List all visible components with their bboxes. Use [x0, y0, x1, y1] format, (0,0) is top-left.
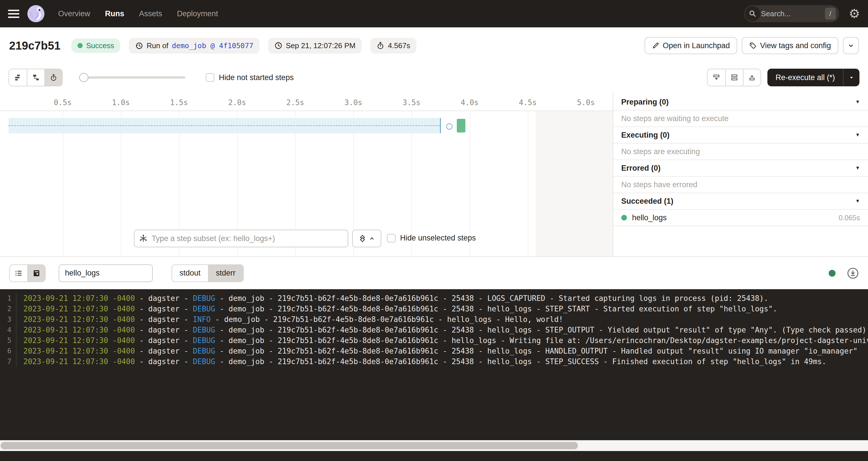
axis-tick: 4.0s [461, 97, 479, 108]
op-selector-icon [139, 234, 148, 243]
hide-unselected-checkbox[interactable] [387, 234, 396, 243]
hide-not-started-checkbox-row[interactable]: Hide not started steps [206, 73, 294, 82]
log-stream-tabs: stdout stderr [172, 265, 244, 282]
log-timestamp: 2023-09-21 12:07:30 -0400 [23, 326, 135, 334]
reexecute-dropdown-caret[interactable] [843, 69, 860, 86]
panel-section-errored[interactable]: Errored (0) ▼ [613, 160, 868, 177]
log-horizontal-scrollbar[interactable] [0, 440, 868, 451]
log-message: - demo_job - 219c7b51-b62f-4e5b-8de8-0e7… [215, 336, 868, 345]
panel-empty-executing: No steps are executing [613, 144, 868, 160]
search-icon [745, 6, 760, 21]
dagster-logo-icon[interactable] [27, 5, 45, 23]
step-subset-input[interactable] [152, 234, 348, 243]
hide-not-started-label: Hide not started steps [219, 73, 294, 82]
log-level: DEBUG [193, 347, 215, 355]
log-message: - demo_job - 219c7b51-b62f-4e5b-8de8-0e7… [215, 357, 827, 366]
nav-item-runs[interactable]: Runs [105, 9, 125, 18]
run-actions-dropdown-button[interactable] [843, 37, 859, 54]
log-message: - demo_job - 219c7b51-b62f-4e5b-8de8-0e7… [215, 305, 777, 313]
graph-query-toggle-button[interactable] [352, 229, 381, 247]
gear-icon[interactable]: ⚙ [849, 7, 860, 20]
raw-log-view-button[interactable] [27, 265, 45, 281]
timed-view-stopwatch-icon [50, 74, 57, 81]
slider-track[interactable] [79, 76, 185, 79]
step-bar-hello-logs[interactable] [457, 119, 465, 132]
log-line-text: 2023-09-21 12:07:30 -0400 - dagster - DE… [17, 357, 827, 367]
run-of-link[interactable]: demo_job @ 4f105077 [172, 41, 253, 50]
axis-tick: 5.0s [577, 97, 595, 108]
log-output: 12023-09-21 12:07:30 -0400 - dagster - D… [0, 289, 868, 440]
reexecute-all-button[interactable]: Re-execute all (*) [767, 69, 860, 86]
search-input[interactable] [761, 9, 825, 18]
status-badge: Success [71, 38, 120, 53]
panel-step-row-hello-logs[interactable]: hello_logs 0.065s [613, 210, 868, 226]
log-line-text: 2023-09-21 12:07:30 -0400 - dagster - DE… [17, 335, 868, 346]
log-timestamp: 2023-09-21 12:07:30 -0400 [23, 305, 135, 313]
log-line: 22023-09-21 12:07:30 -0400 - dagster - D… [0, 304, 868, 314]
panel-section-executing[interactable]: Executing (0) ▼ [613, 127, 868, 144]
flat-view-icon [14, 74, 22, 81]
axis-tick: 3.0s [344, 97, 363, 108]
axis-tick: 2.0s [228, 97, 246, 108]
log-line-number: 4 [0, 325, 17, 335]
axis-tick: 4.5s [519, 97, 537, 108]
view-mode-flat-button[interactable] [9, 69, 27, 86]
log-line: 42023-09-21 12:07:30 -0400 - dagster - D… [0, 325, 868, 335]
step-start-marker [446, 123, 453, 130]
log-source: - dagster - [135, 336, 193, 345]
section-title: Executing (0) [621, 131, 670, 140]
axis-tick: 3.5s [403, 97, 421, 108]
view-mode-waterfall-button[interactable] [27, 69, 44, 86]
view-mode-timed-button[interactable] [44, 69, 62, 86]
collapse-bottom-panel-button[interactable] [708, 69, 725, 86]
hide-not-started-checkbox[interactable] [206, 73, 214, 82]
slider-thumb[interactable] [79, 73, 88, 82]
log-lines: 12023-09-21 12:07:30 -0400 - dagster - D… [0, 293, 868, 367]
log-step-filter-input[interactable] [59, 265, 153, 282]
structured-log-view-button[interactable] [10, 265, 27, 281]
search-bar[interactable]: / [744, 5, 839, 22]
log-line: 52023-09-21 12:07:30 -0400 - dagster - D… [0, 335, 868, 346]
section-title: Errored (0) [621, 164, 660, 173]
view-tags-config-button[interactable]: View tags and config [742, 37, 838, 54]
log-level: DEBUG [193, 326, 215, 334]
step-name: hello_logs [632, 213, 667, 222]
log-level: DEBUG [193, 357, 215, 366]
nav-item-deployment[interactable]: Deployment [177, 9, 218, 18]
hamburger-menu-icon[interactable] [8, 10, 20, 18]
section-caret-icon: ▼ [855, 165, 860, 171]
nav-items: Overview Runs Assets Deployment [58, 9, 218, 18]
scrollbar-thumb[interactable] [1, 442, 578, 449]
download-icon[interactable] [847, 267, 859, 279]
open-in-launchpad-button[interactable]: Open in Launchpad [645, 37, 738, 54]
waiting-dashed-line [8, 125, 440, 126]
collapse-bottom-icon [713, 74, 720, 81]
step-success-dot-icon [621, 215, 627, 220]
log-timestamp: 2023-09-21 12:07:30 -0400 [23, 357, 135, 366]
chevron-down-icon [847, 42, 855, 49]
nav-item-assets[interactable]: Assets [139, 9, 162, 18]
layers-icon [359, 235, 367, 243]
log-level: DEBUG [193, 294, 215, 303]
gantt-toolbar: Hide not started steps Re-execute all (*… [0, 64, 868, 91]
tab-stdout[interactable]: stdout [172, 265, 208, 281]
stopwatch-icon [376, 41, 384, 50]
panel-section-succeeded[interactable]: Succeeded (1) ▼ [613, 193, 868, 210]
expand-bottom-panel-button[interactable] [743, 69, 761, 86]
section-caret-icon: ▼ [855, 198, 860, 204]
log-level: DEBUG [193, 336, 215, 345]
list-icon [14, 269, 23, 277]
reexecute-all-label: Re-execute all (*) [767, 69, 843, 86]
hide-unselected-checkbox-row[interactable]: Hide unselected steps [387, 234, 476, 243]
split-panels-button[interactable] [725, 69, 743, 86]
nav-item-overview[interactable]: Overview [58, 9, 90, 18]
run-of-chip: Run of demo_job @ 4f105077 [129, 38, 259, 54]
panel-section-preparing[interactable]: Preparing (0) ▼ [613, 94, 868, 111]
tab-stderr[interactable]: stderr [208, 265, 243, 281]
gantt-section: 0.5s1.0s1.5s2.0s2.5s3.0s3.5s4.0s4.5s5.0s [0, 91, 868, 256]
gantt-chart: 0.5s1.0s1.5s2.0s2.5s3.0s3.5s4.0s4.5s5.0s [0, 91, 613, 256]
log-message: - demo_job - 219c7b51-b62f-4e5b-8de8-0e7… [215, 347, 858, 355]
log-line-number: 3 [0, 314, 17, 325]
gantt-zoom-slider[interactable] [79, 73, 185, 82]
panel-empty-errored: No steps have errored [613, 177, 868, 193]
